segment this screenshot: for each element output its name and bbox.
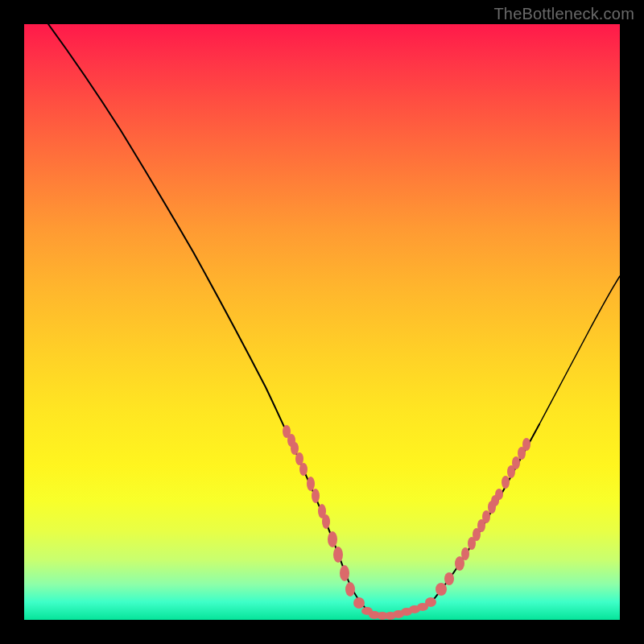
- marker: [502, 476, 510, 489]
- marker: [436, 583, 447, 596]
- marker: [425, 597, 436, 607]
- marker: [353, 597, 365, 609]
- marker: [291, 442, 299, 455]
- marker: [299, 463, 308, 476]
- marker: [328, 531, 337, 547]
- marker-group: [283, 425, 530, 620]
- curve-left: [48, 24, 386, 616]
- curve-right: [386, 424, 539, 615]
- marker: [322, 514, 330, 529]
- marker: [495, 489, 503, 500]
- marker: [444, 572, 454, 585]
- marker: [461, 547, 469, 560]
- curve-right-thin: [539, 276, 620, 424]
- marker: [333, 547, 343, 563]
- chart-plot-area: [24, 24, 620, 620]
- chart-svg: [24, 24, 620, 620]
- watermark-text: TheBottleneck.com: [493, 5, 634, 23]
- marker: [482, 510, 490, 523]
- marker: [340, 565, 349, 581]
- marker: [522, 438, 530, 451]
- marker: [345, 582, 355, 597]
- marker: [307, 477, 315, 491]
- marker: [512, 456, 520, 469]
- marker: [312, 489, 320, 503]
